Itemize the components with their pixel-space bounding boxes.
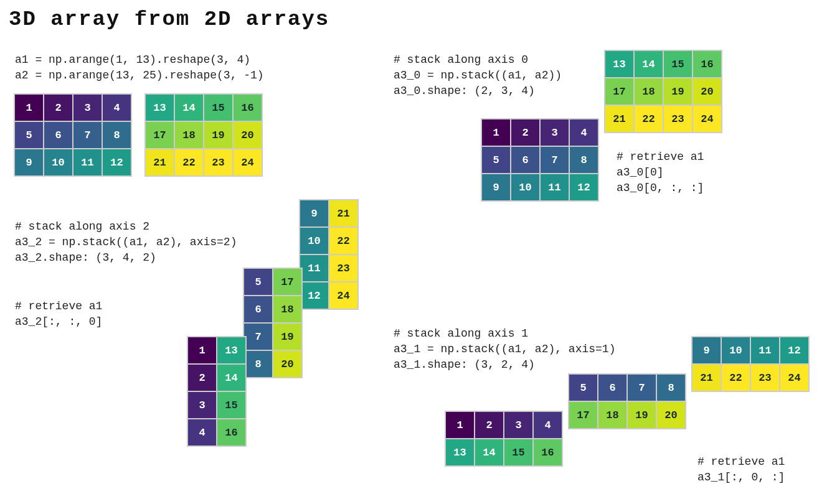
cell: 4: [534, 412, 562, 438]
cell: 24: [329, 282, 357, 309]
cell: 3: [541, 119, 569, 146]
cell: 7: [244, 324, 272, 350]
code-axis0-retrieve: # retrieve a1 a3_0[0] a3_0[0, :, :]: [617, 149, 704, 197]
cell: 8: [103, 122, 131, 148]
cell: 9: [300, 200, 328, 226]
cell: 22: [175, 149, 203, 175]
cell: 20: [234, 122, 262, 148]
code-definitions: a1 = np.arange(1, 13).reshape(3, 4) a2 =…: [15, 52, 264, 83]
cell: 16: [234, 95, 262, 121]
cell: 17: [569, 402, 597, 428]
cell: 23: [329, 255, 357, 281]
code-axis2-retrieve: # retrieve a1 a3_2[:, :, 0]: [15, 299, 102, 330]
cell: 17: [605, 78, 633, 105]
cell: 8: [657, 375, 685, 401]
cell: 10: [300, 228, 328, 254]
cell: 7: [628, 375, 656, 401]
cell: 21: [329, 200, 357, 226]
cell: 17: [273, 269, 301, 295]
code-axis2: # stack along axis 2 a3_2 = np.stack((a1…: [15, 219, 237, 266]
cell: 18: [175, 122, 203, 148]
cell: 11: [300, 255, 328, 281]
cell: 3: [73, 95, 102, 121]
cell: 23: [751, 365, 779, 391]
cell: 16: [693, 51, 721, 77]
cell: 19: [628, 402, 656, 428]
array-a2: 131415161718192021222324: [144, 93, 263, 177]
cell: 19: [273, 324, 301, 350]
cell: 4: [188, 419, 216, 446]
axis1-slice-2: 910111221222324: [691, 336, 810, 392]
cell: 7: [73, 122, 102, 148]
cell: 18: [598, 402, 626, 428]
cell: 5: [15, 122, 43, 148]
cell: 14: [217, 365, 245, 391]
cell: 9: [693, 337, 721, 363]
cell: 10: [722, 337, 750, 363]
cell: 9: [15, 149, 43, 175]
cell: 22: [329, 228, 357, 254]
cell: 19: [664, 78, 692, 105]
cell: 4: [103, 95, 131, 121]
cell: 1: [482, 119, 510, 146]
cell: 13: [446, 439, 474, 465]
cell: 12: [103, 149, 131, 175]
cell: 14: [175, 95, 203, 121]
cell: 2: [188, 365, 216, 391]
cell: 14: [475, 439, 503, 465]
cell: 23: [204, 149, 232, 175]
axis0-back-a2: 131415161718192021222324: [604, 50, 722, 133]
cell: 6: [598, 375, 626, 401]
cell: 8: [244, 351, 272, 377]
cell: 3: [188, 392, 216, 418]
cell: 1: [446, 412, 474, 438]
cell: 21: [693, 365, 721, 391]
cell: 10: [511, 174, 539, 200]
cell: 20: [693, 78, 721, 105]
cell: 6: [511, 147, 539, 173]
cell: 22: [722, 365, 750, 391]
axis2-slice-1: 517618719820: [243, 268, 303, 378]
cell: 6: [244, 296, 272, 322]
page-title: 3D array from 2D arrays: [9, 7, 329, 31]
code-axis1: # stack along axis 1 a3_1 = np.stack((a1…: [394, 326, 615, 373]
cell: 13: [217, 337, 245, 363]
cell: 15: [204, 95, 232, 121]
cell: 16: [217, 419, 245, 446]
cell: 19: [204, 122, 232, 148]
cell: 20: [273, 351, 301, 377]
cell: 7: [541, 147, 569, 173]
cell: 22: [635, 106, 663, 132]
code-axis0: # stack along axis 0 a3_0 = np.stack((a1…: [394, 52, 562, 100]
cell: 1: [188, 337, 216, 363]
cell: 20: [657, 402, 685, 428]
cell: 10: [44, 149, 72, 175]
cell: 16: [534, 439, 562, 465]
cell: 11: [751, 337, 779, 363]
axis2-slice-0: 113214315416: [187, 336, 247, 447]
cell: 12: [780, 337, 808, 363]
cell: 9: [482, 174, 510, 200]
cell: 15: [504, 439, 532, 465]
cell: 6: [44, 122, 72, 148]
cell: 3: [504, 412, 532, 438]
cell: 15: [217, 392, 245, 418]
cell: 12: [570, 174, 598, 200]
cell: 2: [44, 95, 72, 121]
cell: 4: [570, 119, 598, 146]
cell: 14: [635, 51, 663, 77]
cell: 8: [570, 147, 598, 173]
cell: 21: [605, 106, 633, 132]
code-axis1-retrieve: # retrieve a1 a3_1[:, 0, :]: [697, 454, 785, 485]
cell: 11: [73, 149, 102, 175]
cell: 18: [635, 78, 663, 105]
cell: 5: [244, 269, 272, 295]
axis2-slice-2: 921102211231224: [299, 199, 359, 310]
axis0-front-a1: 123456789101112: [481, 118, 599, 202]
cell: 15: [664, 51, 692, 77]
cell: 17: [146, 122, 174, 148]
cell: 21: [146, 149, 174, 175]
array-a1: 123456789101112: [14, 93, 132, 177]
axis1-slice-1: 567817181920: [568, 373, 686, 429]
cell: 24: [780, 365, 808, 391]
